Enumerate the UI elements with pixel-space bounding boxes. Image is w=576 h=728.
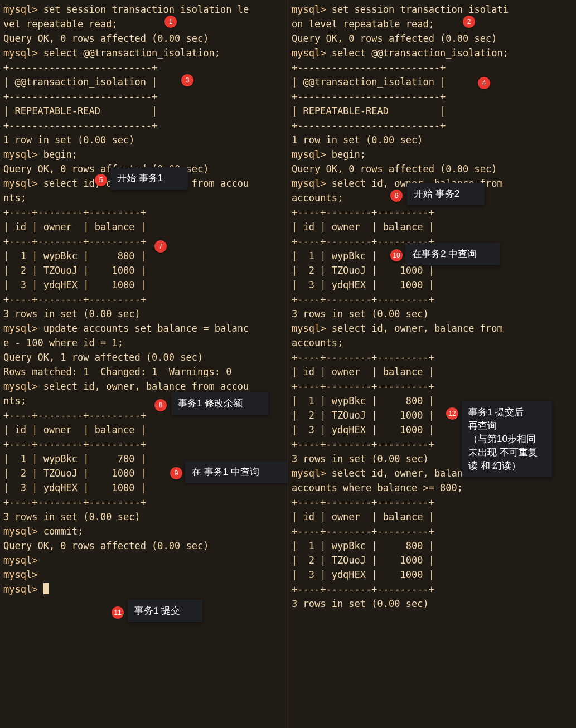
stage: mysql> set session transaction isolation… [0,0,576,728]
step-marker-9: 9 [170,467,182,479]
annotation-tx1-select: 在 事务1 中查询 [185,461,288,483]
step-marker-11: 11 [112,606,124,619]
annotation-tx1-update: 事务1 修改余额 [171,392,268,415]
terminal-pane-right: mysql> set session transaction isolation… [288,0,576,728]
step-marker-3: 3 [181,74,193,86]
step-marker-10: 10 [390,249,403,261]
annotation-tx1-commit: 事务1 提交 [128,600,202,622]
annotation-tx2-select: 在事务2 中查询 [405,243,500,265]
step-marker-2: 2 [463,16,475,28]
step-marker-6: 6 [390,190,403,202]
annotation-begin-tx1: 开始 事务1 [110,167,188,190]
annotation-begin-tx2: 开始 事务2 [407,183,485,205]
step-marker-8: 8 [154,399,167,411]
step-marker-12: 12 [446,407,458,420]
annotation-tx2-reselect: 事务1 提交后 再查询 （与第10步相同 未出现 不可重复读 和 幻读） [462,401,552,477]
step-marker-1: 1 [164,16,177,28]
step-marker-5: 5 [95,174,107,186]
step-marker-7: 7 [154,240,167,253]
step-marker-4: 4 [478,77,490,89]
